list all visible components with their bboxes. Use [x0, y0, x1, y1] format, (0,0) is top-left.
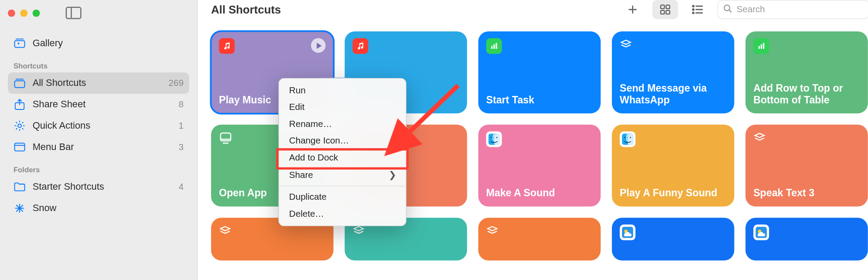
play-icon[interactable] [311, 38, 325, 53]
grid-view-button[interactable] [652, 0, 678, 19]
svg-point-26 [624, 137, 625, 138]
svg-point-9 [693, 6, 694, 7]
chevron-right-icon: ❯ [389, 170, 396, 180]
sidebar-item-label: Snow [33, 203, 184, 214]
shortcuts-app-icon [753, 131, 765, 147]
gear-icon [14, 120, 26, 131]
svg-rect-13 [491, 46, 492, 49]
shortcut-card-speak-text[interactable]: Speak Text 3 [745, 125, 868, 207]
zoom-window-button[interactable] [33, 9, 40, 17]
add-shortcut-button[interactable] [620, 0, 646, 19]
menu-item-edit[interactable]: Edit [279, 99, 406, 116]
shortcut-card-start-task[interactable]: Start Task [478, 31, 601, 113]
share-icon [14, 99, 26, 110]
svg-rect-7 [661, 10, 664, 14]
folder-icon [14, 182, 26, 191]
sidebar-item-count: 4 [178, 182, 183, 192]
sidebar-folder-starter[interactable]: Starter Shortcuts 4 [8, 176, 189, 198]
card-title: Speak Text 3 [753, 188, 860, 200]
svg-rect-6 [666, 5, 670, 9]
sidebar-item-count: 3 [178, 142, 183, 152]
card-title: Send Message via WhatsApp [620, 82, 727, 107]
sidebar-item-label: Gallery [33, 38, 184, 49]
gallery-icon [14, 38, 26, 48]
search-icon [724, 4, 732, 15]
svg-rect-1 [14, 81, 24, 87]
sidebar-item-label: All Shortcuts [33, 78, 162, 89]
card-title: Make A Sound [486, 188, 593, 200]
close-window-button[interactable] [8, 9, 15, 17]
shortcut-card-add-row[interactable]: Add Row to Top or Bottom of Table [745, 31, 868, 113]
card-title: Start Task [486, 95, 593, 107]
toggle-sidebar-button[interactable] [66, 7, 82, 19]
shortcuts-app-icon [219, 225, 231, 240]
sidebar-folder-snow[interactable]: Snow [8, 198, 189, 219]
sidebar-item-count: 8 [178, 99, 183, 109]
shortcut-card[interactable] [745, 218, 868, 260]
svg-point-27 [630, 137, 631, 138]
shortcut-card-make-sound[interactable]: Make A Sound [478, 125, 601, 207]
chart-icon [753, 38, 769, 54]
svg-rect-25 [628, 133, 633, 145]
sidebar-item-count: 269 [168, 78, 183, 88]
sidebar-item-label: Menu Bar [33, 141, 172, 153]
shortcut-card-send-whatsapp[interactable]: Send Message via WhatsApp [612, 31, 735, 113]
menu-item-run[interactable]: Run [279, 82, 406, 99]
window-controls [8, 9, 40, 17]
snowflake-icon [14, 203, 26, 213]
weather-icon [753, 225, 769, 240]
svg-point-11 [693, 12, 694, 14]
chart-icon [486, 38, 502, 54]
svg-rect-17 [761, 44, 762, 49]
context-menu: Run Edit Rename… Change Icon… Add to Doc… [278, 78, 406, 226]
menu-item-delete[interactable]: Delete… [279, 205, 406, 222]
finder-icon [620, 131, 636, 147]
menu-item-rename[interactable]: Rename… [279, 116, 406, 133]
menu-separator [279, 186, 406, 186]
shortcuts-app-icon [486, 225, 499, 240]
svg-point-22 [491, 137, 492, 138]
svg-rect-14 [493, 44, 495, 49]
menu-item-add-to-dock[interactable]: Add to Dock [279, 149, 406, 166]
menu-item-change-icon[interactable]: Change Icon… [279, 133, 406, 150]
music-icon [219, 38, 235, 54]
sidebar-item-menu-bar[interactable]: Menu Bar 3 [8, 137, 189, 158]
search-field[interactable]: Search [718, 0, 868, 19]
sidebar-item-label: Share Sheet [33, 99, 172, 110]
svg-rect-4 [14, 143, 24, 151]
shortcuts-grid-wrap: Play Music s Playlist Start Task [198, 19, 868, 280]
main-area: All Shortcuts Search [198, 0, 868, 280]
shortcuts-app-icon [620, 38, 632, 54]
svg-rect-8 [666, 10, 670, 14]
shortcut-card[interactable] [478, 218, 601, 260]
sidebar-item-quick-actions[interactable]: Quick Actions 1 [8, 115, 189, 137]
sidebar: Gallery Shortcuts All Shortcuts 269 Shar… [0, 0, 198, 280]
search-placeholder: Search [737, 4, 765, 14]
sidebar-item-share-sheet[interactable]: Share Sheet 8 [8, 94, 189, 115]
svg-point-12 [724, 5, 730, 10]
shortcuts-window: Gallery Shortcuts All Shortcuts 269 Shar… [0, 0, 868, 280]
card-title: Play A Funny Sound [620, 188, 727, 200]
menu-item-duplicate[interactable]: Duplicate [279, 188, 406, 205]
svg-point-3 [18, 124, 21, 127]
menubar-icon [14, 143, 26, 152]
svg-rect-15 [496, 43, 497, 49]
shortcut-card[interactable] [612, 218, 735, 260]
toolbar: All Shortcuts Search [198, 0, 868, 19]
window-titlebar [8, 7, 189, 19]
shortcut-card-funny-sound[interactable]: Play A Funny Sound [612, 125, 735, 207]
svg-point-23 [496, 137, 498, 138]
sidebar-item-label: Starter Shortcuts [33, 181, 172, 193]
weather-icon [620, 225, 636, 240]
list-view-button[interactable] [685, 0, 711, 19]
stack-icon [14, 78, 26, 88]
svg-rect-16 [759, 46, 760, 49]
music-icon [352, 38, 368, 54]
shortcuts-app-icon [352, 225, 365, 240]
menu-item-share[interactable]: Share❯ [279, 166, 406, 184]
sidebar-item-all-shortcuts[interactable]: All Shortcuts 269 [8, 72, 189, 94]
card-title: Add Row to Top or Bottom of Table [753, 82, 860, 107]
minimize-window-button[interactable] [20, 9, 27, 17]
svg-rect-18 [763, 43, 764, 49]
sidebar-item-gallery[interactable]: Gallery [8, 33, 189, 54]
